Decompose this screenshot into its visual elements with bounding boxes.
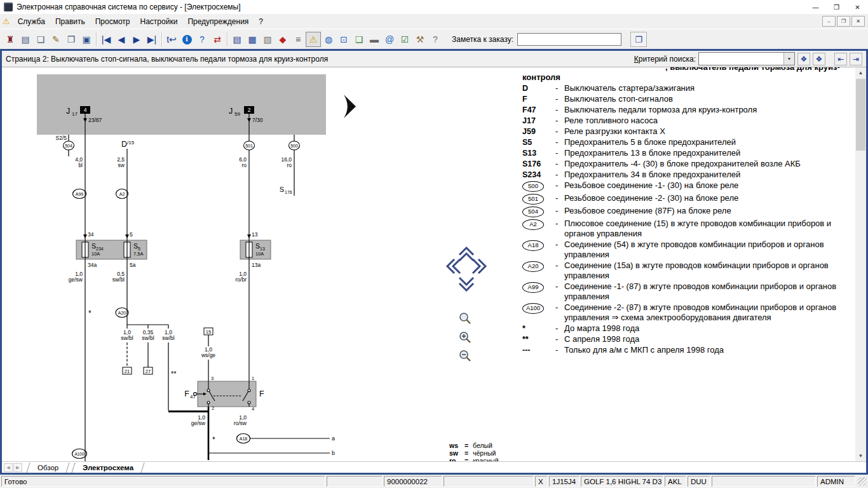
maximize-button[interactable]: ❐ bbox=[826, 0, 847, 14]
pan-down-arrow[interactable] bbox=[459, 278, 473, 290]
menu-help[interactable]: ? bbox=[254, 15, 268, 28]
pan-left-arrow[interactable] bbox=[447, 259, 460, 273]
document-help-icon: ? bbox=[433, 35, 438, 44]
checklist-button[interactable]: ☑ bbox=[397, 32, 412, 47]
svg-text:S: S bbox=[255, 242, 260, 250]
zoom-out-icon[interactable] bbox=[460, 351, 470, 361]
tab-scroll-right-button[interactable]: ▶ bbox=[13, 463, 22, 472]
tab-scroll-left-button[interactable]: ◀ bbox=[4, 463, 13, 472]
nav-last-button[interactable]: ▶| bbox=[144, 32, 159, 47]
user-online-button[interactable]: @ bbox=[382, 32, 397, 47]
legend-heading-tail: контроля bbox=[522, 72, 855, 83]
tab-schematic[interactable]: Электросхема bbox=[72, 463, 145, 473]
zoom-select-icon[interactable] bbox=[460, 313, 470, 323]
list-button[interactable]: ≡ bbox=[290, 32, 306, 47]
documents-button[interactable]: ▤ bbox=[229, 32, 245, 47]
legend-item: A20-Соединение (15а) в жгуте проводов ко… bbox=[522, 260, 855, 281]
screw-504-label: 504 bbox=[65, 144, 72, 148]
globe-button[interactable]: ◍ bbox=[321, 32, 336, 47]
print-button[interactable]: ▤ bbox=[18, 32, 33, 47]
contacts-button[interactable]: ▧ bbox=[260, 32, 275, 47]
close-button[interactable]: ✕ bbox=[847, 0, 868, 14]
scrollbar-thumb[interactable] bbox=[856, 79, 865, 151]
switch-f-label: F bbox=[259, 390, 264, 398]
jump-first-button[interactable]: ⇤ bbox=[834, 53, 847, 65]
back-jump-button[interactable]: t↩ bbox=[164, 32, 179, 47]
menu-service[interactable]: Служба bbox=[13, 15, 50, 28]
child-minimize-button[interactable]: – bbox=[822, 16, 836, 27]
transfer-button[interactable]: ⇄ bbox=[210, 32, 225, 47]
legend-item: S13-Предохранитель 13 в блоке предохрани… bbox=[522, 147, 855, 158]
export-window-button[interactable]: ❐ bbox=[630, 32, 647, 47]
scrollbar-track[interactable] bbox=[855, 151, 866, 451]
svg-text:ws: ws bbox=[449, 442, 458, 449]
resize-grip-icon[interactable] bbox=[858, 477, 867, 486]
monitor-button[interactable]: ⊡ bbox=[336, 32, 351, 47]
dropdown-arrow-icon[interactable]: ▼ bbox=[783, 53, 794, 65]
toolbar-separator bbox=[227, 32, 227, 46]
new-document-button[interactable]: ❏ bbox=[33, 32, 48, 47]
document-help-button[interactable]: ? bbox=[428, 32, 443, 47]
search-next-button[interactable]: ❖ bbox=[813, 53, 825, 65]
jump-last-button[interactable]: ⇥ bbox=[850, 53, 862, 65]
scroll-down-button[interactable]: ▼ bbox=[855, 451, 866, 461]
copy-document-button[interactable]: ❐ bbox=[64, 32, 79, 47]
zoom-in-icon[interactable] bbox=[460, 332, 470, 342]
svg-text:ro: ro bbox=[449, 457, 456, 461]
info-button[interactable]: ℹ bbox=[179, 32, 194, 47]
nav-prev-button[interactable]: ◀ bbox=[114, 32, 129, 47]
relay-j17-sub: 17 bbox=[72, 111, 78, 117]
child-restore-button[interactable]: ❐ bbox=[837, 16, 850, 27]
search-doc-button[interactable]: ❖ bbox=[797, 53, 810, 65]
svg-text:13: 13 bbox=[252, 231, 258, 238]
legend-item: **-С апреля 1998 года bbox=[522, 334, 855, 344]
connection-a20-label: A20 bbox=[118, 311, 126, 315]
j17-pin-number: 4 bbox=[84, 107, 87, 113]
order-note-input[interactable] bbox=[517, 33, 621, 46]
connection-points bbox=[72, 189, 250, 459]
search-combobox-value[interactable] bbox=[699, 53, 783, 65]
component-legend: , выключатель педали тормоза для круиз- … bbox=[522, 67, 855, 461]
svg-text:sw/bl: sw/bl bbox=[162, 335, 174, 341]
nav-first-button[interactable]: |◀ bbox=[98, 32, 114, 47]
menu-warnings[interactable]: Предупреждения bbox=[182, 15, 254, 28]
footnote-double-star: ** bbox=[171, 370, 177, 377]
relay-j59-sub: 59 bbox=[234, 111, 240, 117]
relay-j17-label: J bbox=[66, 107, 70, 116]
legend-connection-ellipse: A100 bbox=[522, 303, 544, 314]
status-model: GOLF 1,6 HIGHL 74 D3 bbox=[581, 476, 663, 487]
tab-overview[interactable]: Обзор bbox=[26, 463, 69, 473]
workshop-tools-button[interactable]: ⚒ bbox=[412, 32, 428, 47]
service-tool-button[interactable]: ◆ bbox=[275, 32, 290, 47]
pan-right-arrow[interactable] bbox=[473, 259, 485, 273]
toolbar-buttons: ♜▤❏✎❐▣|◀◀▶▶|t↩ℹ?⇄▤▦▧◆≡⚠◍⊡❏▬@☑⚒? bbox=[3, 32, 443, 47]
scroll-up-button[interactable]: ▲ bbox=[855, 67, 866, 78]
svg-text:sw/bl: sw/bl bbox=[142, 335, 154, 341]
help-button[interactable]: ? bbox=[194, 32, 210, 47]
parts-grid-button[interactable]: ▦ bbox=[245, 32, 260, 47]
service-tool-icon: ◆ bbox=[280, 35, 287, 44]
stamp-button[interactable]: ♜ bbox=[3, 32, 18, 47]
svg-text:5a: 5a bbox=[130, 262, 136, 268]
user-online-icon: @ bbox=[385, 35, 394, 44]
pan-up-arrow[interactable] bbox=[459, 248, 473, 261]
edit-document-button[interactable]: ✎ bbox=[48, 32, 64, 47]
warnings-button[interactable]: ⚠ bbox=[306, 32, 321, 47]
vehicle-document-button[interactable]: ▣ bbox=[79, 32, 94, 47]
search-combobox[interactable]: ▼ bbox=[698, 52, 795, 65]
terminal-21-label: 21 bbox=[125, 369, 130, 374]
svg-text:234: 234 bbox=[96, 247, 104, 251]
child-close-button[interactable]: ✕ bbox=[851, 16, 865, 27]
manual-button[interactable]: ❏ bbox=[351, 32, 367, 47]
minimize-button[interactable]: — bbox=[805, 0, 826, 14]
legend-item: 501-Резьбовое соединение -2- (30) на бло… bbox=[522, 193, 855, 205]
menu-view[interactable]: Просмотр bbox=[90, 15, 135, 28]
legend-item: *-До марта 1998 года bbox=[522, 323, 855, 334]
vehicle-button[interactable]: ▬ bbox=[367, 32, 382, 47]
vertical-scrollbar[interactable]: ▲ ▼ bbox=[855, 67, 866, 461]
legend-connection-ellipse: A20 bbox=[522, 261, 544, 272]
menu-settings[interactable]: Настройки bbox=[135, 15, 183, 28]
menu-edit[interactable]: Править bbox=[50, 15, 90, 28]
svg-text:белый: белый bbox=[473, 442, 492, 449]
nav-next-button[interactable]: ▶ bbox=[129, 32, 144, 47]
